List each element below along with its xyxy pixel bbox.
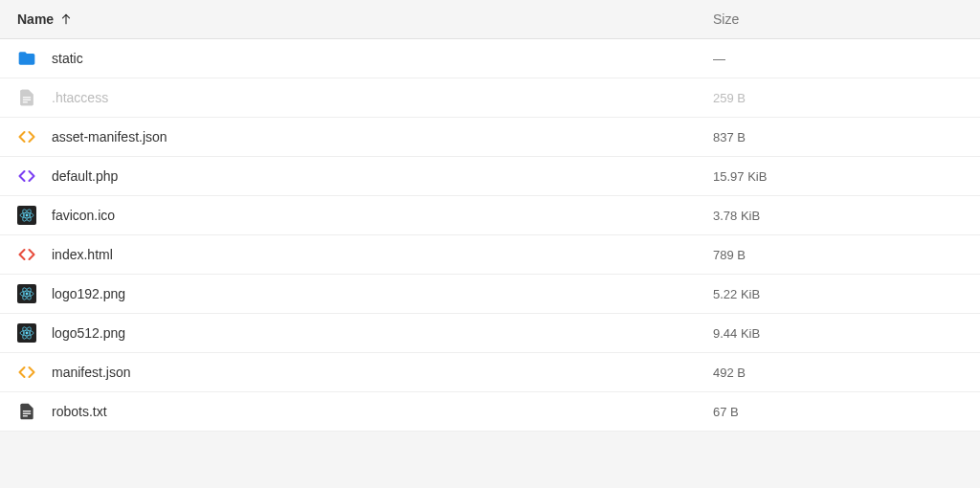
file-table: Name Size static—.htaccess259 Basset-man…: [0, 0, 980, 432]
row-size-cell: 9.44 KiB: [713, 326, 980, 341]
row-name-cell: asset-manifest.json: [0, 127, 713, 146]
file-size: 5.22 KiB: [713, 287, 760, 301]
svg-rect-20: [23, 415, 28, 416]
row-size-cell: 15.97 KiB: [713, 169, 980, 184]
row-name-cell: index.html: [0, 245, 713, 264]
file-name: default.php: [52, 168, 713, 184]
row-size-cell: 492 B: [713, 366, 980, 380]
file-name: logo512.png: [52, 325, 713, 341]
row-name-cell: manifest.json: [0, 363, 713, 382]
file-size: 9.44 KiB: [713, 326, 760, 341]
file-name: robots.txt: [52, 404, 713, 419]
code-orange-icon: [17, 127, 36, 146]
row-size-cell: —: [713, 52, 980, 66]
table-row[interactable]: asset-manifest.json837 B: [0, 118, 980, 157]
file-size: —: [713, 52, 725, 66]
svg-rect-19: [23, 413, 31, 414]
table-row[interactable]: logo192.png5.22 KiB: [0, 275, 980, 314]
file-size: 3.78 KiB: [713, 209, 760, 223]
column-header-name[interactable]: Name: [0, 11, 713, 27]
doc-grey-icon: [17, 88, 36, 107]
table-row[interactable]: .htaccess259 B: [0, 78, 980, 118]
row-size-cell: 259 B: [713, 91, 980, 105]
file-size: 15.97 KiB: [713, 169, 767, 184]
svg-rect-5: [23, 101, 28, 102]
file-name: logo192.png: [52, 286, 713, 301]
react-icon: [17, 206, 36, 225]
svg-rect-18: [23, 410, 31, 411]
column-size-label: Size: [713, 11, 739, 27]
row-size-cell: 789 B: [713, 248, 980, 262]
folder-icon: [17, 49, 36, 68]
row-name-cell: logo192.png: [0, 284, 713, 303]
row-name-cell: favicon.ico: [0, 206, 713, 225]
file-size: 67 B: [713, 405, 739, 419]
row-size-cell: 67 B: [713, 405, 980, 419]
table-row[interactable]: manifest.json492 B: [0, 353, 980, 392]
file-name: index.html: [52, 247, 713, 262]
svg-point-14: [26, 332, 29, 335]
column-name-label: Name: [17, 11, 54, 27]
doc-dark-icon: [17, 402, 36, 421]
table-row[interactable]: index.html789 B: [0, 235, 980, 275]
file-name: static: [52, 51, 713, 66]
row-name-cell: logo512.png: [0, 323, 713, 343]
sort-ascending-icon: [59, 12, 73, 26]
row-size-cell: 837 B: [713, 130, 980, 144]
table-row[interactable]: default.php15.97 KiB: [0, 157, 980, 196]
row-name-cell: static: [0, 49, 713, 68]
column-header-size[interactable]: Size: [713, 11, 980, 27]
table-row[interactable]: static—: [0, 39, 980, 78]
file-name: favicon.ico: [52, 208, 713, 223]
code-purple-icon: [17, 166, 36, 186]
svg-rect-3: [23, 97, 31, 98]
file-size: 789 B: [713, 248, 746, 262]
row-size-cell: 5.22 KiB: [713, 287, 980, 301]
file-size: 492 B: [713, 366, 746, 380]
react-icon: [17, 284, 36, 303]
row-name-cell: robots.txt: [0, 402, 713, 421]
file-size: 259 B: [713, 91, 746, 105]
file-name: manifest.json: [52, 365, 713, 380]
table-row[interactable]: logo512.png9.44 KiB: [0, 314, 980, 353]
code-orange-icon: [17, 363, 36, 382]
svg-point-6: [26, 214, 29, 217]
table-row[interactable]: favicon.ico3.78 KiB: [0, 196, 980, 235]
code-red-icon: [17, 245, 36, 264]
file-name: .htaccess: [52, 90, 713, 105]
svg-point-10: [26, 293, 29, 296]
react-icon: [17, 323, 36, 343]
svg-rect-4: [23, 100, 31, 100]
table-row[interactable]: robots.txt67 B: [0, 392, 980, 432]
file-size: 837 B: [713, 130, 746, 144]
row-name-cell: default.php: [0, 166, 713, 186]
row-name-cell: .htaccess: [0, 88, 713, 107]
row-size-cell: 3.78 KiB: [713, 209, 980, 223]
file-name: asset-manifest.json: [52, 129, 713, 144]
table-header: Name Size: [0, 0, 980, 39]
